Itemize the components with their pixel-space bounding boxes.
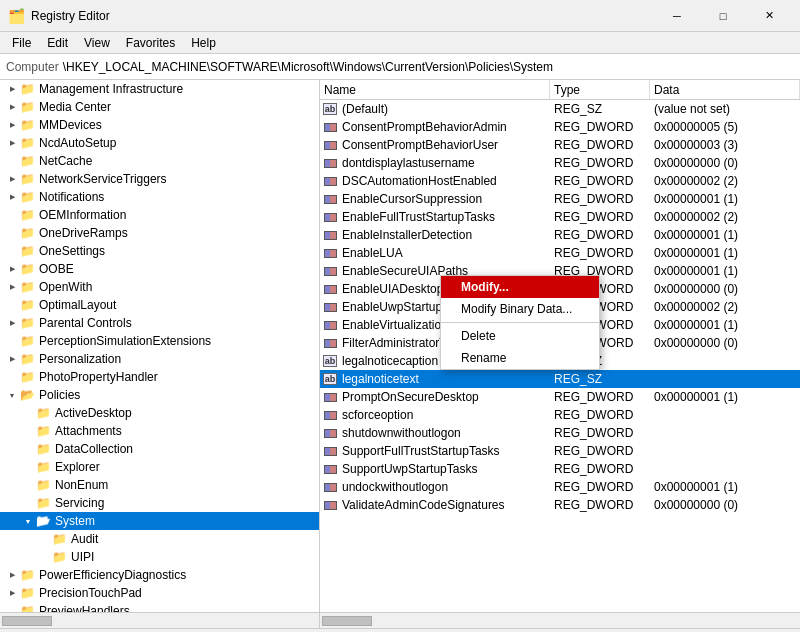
tree-item-NetworkServiceTriggers[interactable]: 📁 NetworkServiceTriggers [0, 170, 319, 188]
tree-scroll[interactable]: 📁 Management Infrastructure 📁 Media Cent… [0, 80, 319, 612]
toggle-icon[interactable] [4, 567, 20, 583]
reg-entry-name: ConsentPromptBehaviorAdmin [340, 120, 550, 134]
tree-item-OptimalLayout[interactable]: 📁 OptimalLayout [0, 296, 319, 314]
reg-entry-data: 0x00000001 (1) [650, 228, 800, 242]
menu-file[interactable]: File [4, 34, 39, 52]
tree-item-ManagementInfrastructure[interactable]: 📁 Management Infrastructure [0, 80, 319, 98]
tree-item-PerceptionSimulationExtensions[interactable]: 📁 PerceptionSimulationExtensions [0, 332, 319, 350]
menu-view[interactable]: View [76, 34, 118, 52]
registry-row[interactable]: ConsentPromptBehaviorUserREG_DWORD0x0000… [320, 136, 800, 154]
registry-row[interactable]: PromptOnSecureDesktopREG_DWORD0x00000001… [320, 388, 800, 406]
registry-row[interactable]: ab(Default)REG_SZ(value not set) [320, 100, 800, 118]
menu-favorites[interactable]: Favorites [118, 34, 183, 52]
reg-dword-icon [320, 411, 340, 420]
toggle-icon[interactable] [4, 135, 20, 151]
tree-item-label: Servicing [55, 496, 104, 510]
tree-hscroll[interactable] [0, 613, 320, 628]
tree-item-System[interactable]: 📂 System [0, 512, 319, 530]
tree-item-MediaCenter[interactable]: 📁 Media Center [0, 98, 319, 116]
tree-item-label: OEMInformation [39, 208, 126, 222]
maximize-button[interactable]: □ [700, 0, 746, 32]
tree-item-NonEnum[interactable]: 📁 NonEnum [0, 476, 319, 494]
tree-item-OEMInformation[interactable]: 📁 OEMInformation [0, 206, 319, 224]
toggle-icon[interactable] [4, 81, 20, 97]
registry-row[interactable]: SupportFullTrustStartupTasksREG_DWORD [320, 442, 800, 460]
tree-item-PowerEfficiencyDiagnostics[interactable]: 📁 PowerEfficiencyDiagnostics [0, 566, 319, 584]
tree-item-PrecisionTouchPad[interactable]: 📁 PrecisionTouchPad [0, 584, 319, 602]
reg-dword-icon [320, 339, 340, 348]
toggle-icon[interactable] [20, 513, 36, 529]
context-menu-modify[interactable]: Modify... [441, 276, 599, 298]
close-button[interactable]: ✕ [746, 0, 792, 32]
registry-row[interactable]: ablegalnoticetextREG_SZ [320, 370, 800, 388]
reg-dword-icon [320, 429, 340, 438]
column-header-data[interactable]: Data [650, 80, 800, 99]
context-menu-rename[interactable]: Rename [441, 347, 599, 369]
registry-row[interactable]: dontdisplaylastusernameREG_DWORD0x000000… [320, 154, 800, 172]
tree-item-NcdAutoSetup[interactable]: 📁 NcdAutoSetup [0, 134, 319, 152]
tree-item-PhotoPropertyHandler[interactable]: 📁 PhotoPropertyHandler [0, 368, 319, 386]
tree-item-Servicing[interactable]: 📁 Servicing [0, 494, 319, 512]
toggle-icon[interactable] [4, 351, 20, 367]
tree-item-label: Parental Controls [39, 316, 132, 330]
registry-row[interactable]: ValidateAdminCodeSignaturesREG_DWORD0x00… [320, 496, 800, 514]
tree-item-Personalization[interactable]: 📁 Personalization [0, 350, 319, 368]
scroll-thumb[interactable] [2, 616, 52, 626]
tree-item-UIPI[interactable]: 📁 UIPI [0, 548, 319, 566]
folder-closed-icon: 📁 [20, 208, 36, 222]
tree-item-label: Attachments [55, 424, 122, 438]
tree-item-label: PerceptionSimulationExtensions [39, 334, 211, 348]
tree-item-PreviewHandlers[interactable]: 📁 PreviewHandlers [0, 602, 319, 612]
tree-item-ParentalControls[interactable]: 📁 Parental Controls [0, 314, 319, 332]
registry-row[interactable]: EnableFullTrustStartupTasksREG_DWORD0x00… [320, 208, 800, 226]
minimize-button[interactable]: ─ [654, 0, 700, 32]
tree-item-label: NetCache [39, 154, 92, 168]
toggle-icon[interactable] [4, 315, 20, 331]
tree-item-ActiveDesktop[interactable]: 📁 ActiveDesktop [0, 404, 319, 422]
registry-row[interactable]: DSCAutomationHostEnabledREG_DWORD0x00000… [320, 172, 800, 190]
registry-row[interactable]: SupportUwpStartupTasksREG_DWORD [320, 460, 800, 478]
tree-item-label: Media Center [39, 100, 111, 114]
tree-item-Notifications[interactable]: 📁 Notifications [0, 188, 319, 206]
toggle-icon[interactable] [4, 117, 20, 133]
registry-row[interactable]: ConsentPromptBehaviorAdminREG_DWORD0x000… [320, 118, 800, 136]
right-hscroll[interactable] [320, 613, 800, 628]
tree-item-DataCollection[interactable]: 📁 DataCollection [0, 440, 319, 458]
registry-row[interactable]: EnableCursorSuppressionREG_DWORD0x000000… [320, 190, 800, 208]
tree-item-Explorer[interactable]: 📁 Explorer [0, 458, 319, 476]
folder-closed-icon: 📁 [20, 316, 36, 330]
toggle-icon[interactable] [4, 171, 20, 187]
window-controls: ─ □ ✕ [654, 0, 792, 32]
context-menu-delete[interactable]: Delete [441, 325, 599, 347]
toggle-icon[interactable] [4, 387, 20, 403]
registry-row[interactable]: scforceoptionREG_DWORD [320, 406, 800, 424]
registry-row[interactable]: shutdownwithoutlogonREG_DWORD [320, 424, 800, 442]
toggle-icon[interactable] [4, 99, 20, 115]
menu-help[interactable]: Help [183, 34, 224, 52]
tree-item-NetCache[interactable]: 📁 NetCache [0, 152, 319, 170]
tree-item-OOBE[interactable]: 📁 OOBE [0, 260, 319, 278]
menu-edit[interactable]: Edit [39, 34, 76, 52]
toggle-icon[interactable] [4, 279, 20, 295]
registry-row[interactable]: EnableLUAREG_DWORD0x00000001 (1) [320, 244, 800, 262]
tree-item-Attachments[interactable]: 📁 Attachments [0, 422, 319, 440]
column-header-type[interactable]: Type [550, 80, 650, 99]
tree-item-MMDevices[interactable]: 📁 MMDevices [0, 116, 319, 134]
toggle-icon[interactable] [4, 585, 20, 601]
toggle-icon[interactable] [4, 189, 20, 205]
tree-item-OneDriveRamps[interactable]: 📁 OneDriveRamps [0, 224, 319, 242]
tree-item-Audit[interactable]: 📁 Audit [0, 530, 319, 548]
reg-dword-icon [320, 159, 340, 168]
tree-item-Policies[interactable]: 📂 Policies [0, 386, 319, 404]
registry-row[interactable]: undockwithoutlogonREG_DWORD0x00000001 (1… [320, 478, 800, 496]
tree-item-OneSettings[interactable]: 📁 OneSettings [0, 242, 319, 260]
folder-closed-icon: 📁 [20, 136, 36, 150]
column-header-name[interactable]: Name [320, 80, 550, 99]
toggle-icon[interactable] [4, 261, 20, 277]
reg-entry-data: (value not set) [650, 102, 800, 116]
tree-item-OpenWith[interactable]: 📁 OpenWith [0, 278, 319, 296]
context-menu-modify-binary[interactable]: Modify Binary Data... [441, 298, 599, 320]
scroll-thumb[interactable] [322, 616, 372, 626]
registry-row[interactable]: EnableInstallerDetectionREG_DWORD0x00000… [320, 226, 800, 244]
tree-pane: 📁 Management Infrastructure 📁 Media Cent… [0, 80, 320, 612]
